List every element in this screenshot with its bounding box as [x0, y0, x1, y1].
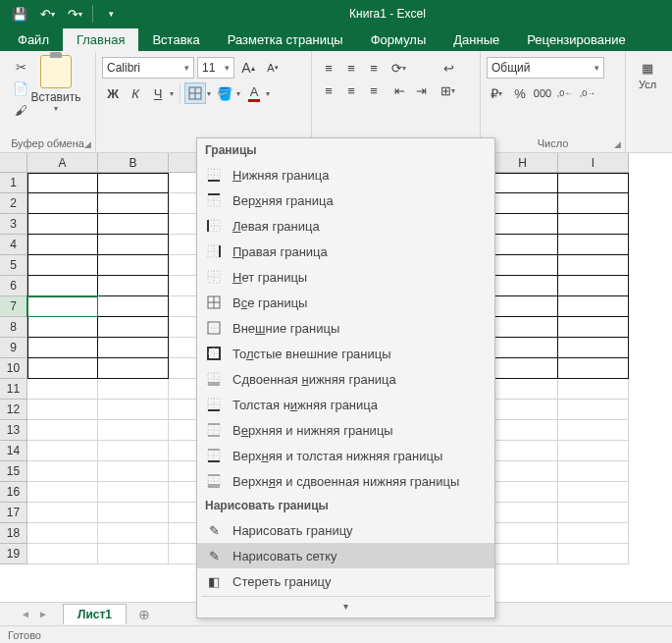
underline-dropdown[interactable]: ▾	[168, 89, 176, 98]
cell[interactable]	[98, 317, 169, 338]
row-header[interactable]: 13	[0, 420, 27, 441]
cell[interactable]	[98, 358, 169, 379]
border-option[interactable]: Нижняя граница	[197, 162, 494, 188]
cell[interactable]	[558, 358, 629, 379]
cell[interactable]	[488, 317, 558, 338]
currency-button[interactable]: ₽▾	[487, 82, 508, 104]
border-option[interactable]: Внешние границы	[197, 315, 494, 341]
sheet-nav-next[interactable]: ►	[35, 607, 51, 622]
save-button[interactable]: 💾	[8, 3, 31, 25]
align-center[interactable]: ≡	[340, 80, 362, 101]
row-header[interactable]: 14	[0, 441, 27, 461]
percent-button[interactable]: %	[509, 82, 531, 104]
row-header[interactable]: 19	[0, 544, 27, 564]
cell[interactable]	[558, 482, 629, 503]
italic-button[interactable]: К	[125, 82, 146, 104]
cell[interactable]	[488, 482, 558, 503]
cell[interactable]	[558, 296, 629, 317]
draw-border-option[interactable]: ✎Нарисовать сетку	[197, 543, 494, 568]
cell[interactable]	[27, 317, 98, 338]
cell[interactable]	[98, 173, 169, 193]
cell[interactable]	[488, 523, 558, 544]
row-header[interactable]: 7	[0, 296, 27, 317]
sheet-tab[interactable]: Лист1	[63, 604, 127, 624]
decrease-decimal[interactable]: ,0→	[577, 82, 598, 104]
cell[interactable]	[98, 255, 169, 276]
bold-button[interactable]: Ж	[102, 82, 124, 104]
cell[interactable]	[488, 235, 558, 255]
cell[interactable]	[27, 296, 98, 317]
decrease-indent[interactable]: ⇤	[388, 80, 410, 101]
cell[interactable]	[98, 193, 169, 214]
cell[interactable]	[558, 338, 629, 358]
increase-indent[interactable]: ⇥	[410, 80, 432, 101]
tab-file[interactable]: Файл	[4, 28, 63, 51]
cell[interactable]	[27, 461, 98, 482]
cell[interactable]	[98, 482, 169, 503]
orientation-button[interactable]: ⟳▾	[388, 57, 410, 79]
cell[interactable]	[488, 420, 558, 441]
row-header[interactable]: 8	[0, 317, 27, 338]
cell[interactable]	[27, 523, 98, 544]
cell[interactable]	[98, 379, 169, 400]
cut-button[interactable]: ✂	[10, 57, 31, 77]
row-header[interactable]: 3	[0, 214, 27, 235]
cell[interactable]	[27, 358, 98, 379]
cell[interactable]	[558, 173, 629, 193]
align-middle[interactable]: ≡	[340, 57, 362, 79]
cell[interactable]	[98, 338, 169, 358]
cell[interactable]	[98, 276, 169, 296]
row-header[interactable]: 9	[0, 338, 27, 358]
sheet-nav-prev[interactable]: ◄	[18, 607, 33, 622]
row-header[interactable]: 4	[0, 235, 27, 255]
cell[interactable]	[488, 214, 558, 235]
align-left[interactable]: ≡	[318, 80, 339, 101]
cell[interactable]	[558, 544, 629, 564]
cell[interactable]	[27, 482, 98, 503]
cell[interactable]	[558, 461, 629, 482]
redo-button[interactable]: ↷▾	[63, 3, 86, 25]
wrap-text-button[interactable]: ↩	[436, 57, 462, 79]
cell[interactable]	[98, 461, 169, 482]
border-option[interactable]: Толстая нижняя граница	[197, 392, 494, 417]
column-header[interactable]: I	[558, 153, 629, 173]
border-option[interactable]: Верхняя и сдвоенная нижняя границы	[197, 468, 494, 494]
cell[interactable]	[27, 255, 98, 276]
row-header[interactable]: 18	[0, 523, 27, 544]
format-painter-button[interactable]: 🖌	[10, 100, 31, 120]
tab-page-layout[interactable]: Разметка страницы	[214, 28, 357, 51]
column-header[interactable]: A	[27, 153, 98, 173]
increase-font-button[interactable]: A▴	[237, 57, 259, 79]
borders-dropdown[interactable]: ▾	[205, 89, 213, 98]
cell[interactable]	[488, 255, 558, 276]
border-option[interactable]: Все границы	[197, 290, 494, 315]
select-all-corner[interactable]	[0, 153, 27, 173]
border-option[interactable]: Верхняя граница	[197, 188, 494, 213]
cell[interactable]	[558, 503, 629, 523]
tab-formulas[interactable]: Формулы	[357, 28, 440, 51]
row-header[interactable]: 11	[0, 379, 27, 400]
cell[interactable]	[98, 400, 169, 420]
qat-customize[interactable]: ▾	[99, 3, 123, 25]
add-sheet-button[interactable]: ⊕	[134, 605, 154, 624]
cell[interactable]	[98, 503, 169, 523]
cell[interactable]	[27, 193, 98, 214]
conditional-formatting[interactable]: ▦	[637, 57, 658, 79]
cell[interactable]	[558, 276, 629, 296]
cell[interactable]	[98, 420, 169, 441]
column-header[interactable]: B	[98, 153, 169, 173]
copy-button[interactable]: 📄	[10, 79, 31, 98]
border-option[interactable]: Правая граница	[197, 239, 494, 264]
cell[interactable]	[558, 193, 629, 214]
number-format-combo[interactable]: Общий▾	[487, 57, 604, 79]
fill-color-dropdown[interactable]: ▾	[234, 89, 242, 98]
border-option[interactable]: Толстые внешние границы	[197, 341, 494, 366]
cell[interactable]	[27, 379, 98, 400]
cell[interactable]	[488, 461, 558, 482]
font-size-combo[interactable]: 11▾	[197, 57, 234, 79]
cell[interactable]	[558, 523, 629, 544]
cell[interactable]	[488, 358, 558, 379]
border-option[interactable]: Верхняя и нижняя границы	[197, 417, 494, 443]
tab-insert[interactable]: Вставка	[138, 28, 213, 51]
font-color-button[interactable]: A	[243, 82, 265, 104]
